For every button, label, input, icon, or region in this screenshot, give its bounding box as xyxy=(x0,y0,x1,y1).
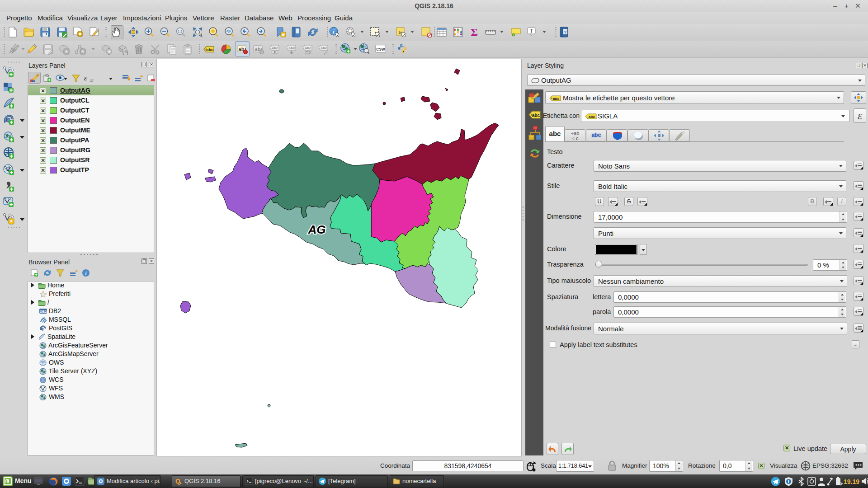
svg-text:abc: abc xyxy=(206,47,213,52)
svg-text:T: T xyxy=(530,28,533,34)
svg-text:abc: abc xyxy=(272,46,278,50)
svg-text:abc: abc xyxy=(321,46,327,50)
svg-text:?: ? xyxy=(564,30,567,34)
svg-text:abc: abc xyxy=(589,115,595,119)
svg-text:ε: ε xyxy=(84,74,87,82)
svg-text:abc: abc xyxy=(289,46,295,50)
svg-text:Q: Q xyxy=(175,478,180,485)
svg-text:1:1: 1:1 xyxy=(178,30,182,33)
svg-text:CSW: CSW xyxy=(376,47,385,52)
svg-text:DB2: DB2 xyxy=(39,310,47,314)
svg-text:abc: abc xyxy=(553,97,559,101)
svg-text:i: i xyxy=(333,28,335,35)
svg-text:ε: ε xyxy=(399,28,401,35)
svg-text:Σ: Σ xyxy=(471,27,478,38)
svg-text:AG: AG xyxy=(308,223,326,236)
svg-text:abc: abc xyxy=(305,46,311,50)
svg-text:abc: abc xyxy=(532,113,540,118)
